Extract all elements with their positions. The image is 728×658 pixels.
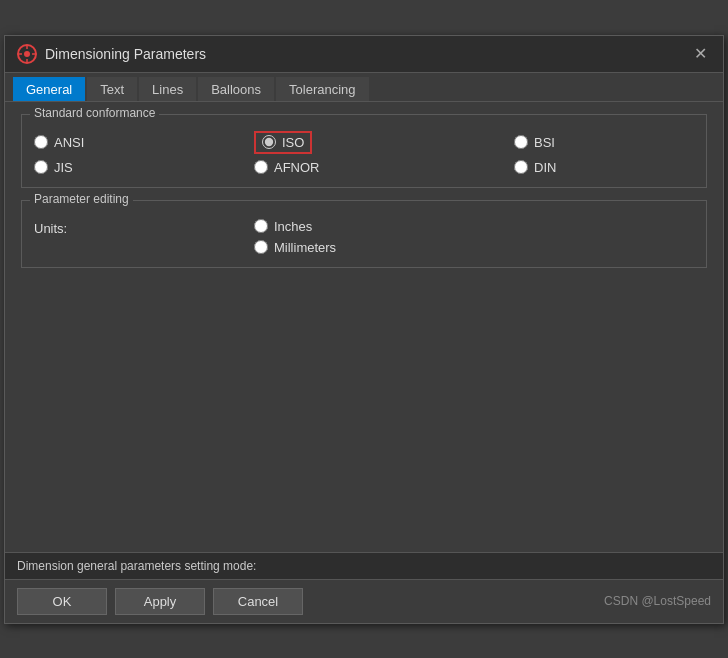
jis-label[interactable]: JIS bbox=[54, 160, 73, 175]
standard-grid: ANSI ISO BSI JIS bbox=[34, 131, 694, 175]
standard-conformance-group: Standard conformance ANSI ISO BSI bbox=[21, 114, 707, 188]
tab-balloons[interactable]: Balloons bbox=[198, 77, 274, 101]
radio-jis[interactable]: JIS bbox=[34, 160, 254, 175]
bsi-label[interactable]: BSI bbox=[534, 135, 555, 150]
parameter-editing-label: Parameter editing bbox=[30, 192, 133, 206]
title-bar: Dimensioning Parameters ✕ bbox=[5, 36, 723, 73]
din-label[interactable]: DIN bbox=[534, 160, 556, 175]
dialog-title: Dimensioning Parameters bbox=[45, 46, 206, 62]
status-bar: Dimension general parameters setting mod… bbox=[5, 552, 723, 579]
units-millimeters[interactable]: Millimeters bbox=[254, 240, 336, 255]
ansi-label[interactable]: ANSI bbox=[54, 135, 84, 150]
units-options: Inches Millimeters bbox=[254, 219, 336, 255]
inches-label: Inches bbox=[274, 219, 312, 234]
apply-button[interactable]: Apply bbox=[115, 588, 205, 615]
watermark: CSDN @LostSpeed bbox=[604, 594, 711, 608]
cancel-button[interactable]: Cancel bbox=[213, 588, 303, 615]
tab-lines[interactable]: Lines bbox=[139, 77, 196, 101]
tab-text[interactable]: Text bbox=[87, 77, 137, 101]
tab-bar: General Text Lines Balloons Tolerancing bbox=[5, 73, 723, 102]
radio-din[interactable]: DIN bbox=[514, 160, 728, 175]
app-icon bbox=[17, 44, 37, 64]
units-row: Units: Inches Millimeters bbox=[34, 219, 694, 255]
empty-area bbox=[21, 280, 707, 540]
close-button[interactable]: ✕ bbox=[690, 46, 711, 62]
ok-button[interactable]: OK bbox=[17, 588, 107, 615]
radio-ansi[interactable]: ANSI bbox=[34, 131, 254, 154]
tab-tolerancing[interactable]: Tolerancing bbox=[276, 77, 369, 101]
dialog: Dimensioning Parameters ✕ General Text L… bbox=[4, 35, 724, 624]
standard-conformance-label: Standard conformance bbox=[30, 106, 159, 120]
radio-afnor[interactable]: AFNOR bbox=[254, 160, 514, 175]
radio-bsi[interactable]: BSI bbox=[514, 131, 728, 154]
units-label: Units: bbox=[34, 219, 254, 236]
svg-point-1 bbox=[24, 51, 30, 57]
tab-general[interactable]: General bbox=[13, 77, 85, 101]
iso-highlight: ISO bbox=[254, 131, 312, 154]
radio-iso[interactable]: ISO bbox=[254, 131, 514, 154]
afnor-label[interactable]: AFNOR bbox=[274, 160, 320, 175]
parameter-editing-group: Parameter editing Units: Inches Millimet… bbox=[21, 200, 707, 268]
millimeters-label: Millimeters bbox=[274, 240, 336, 255]
status-text: Dimension general parameters setting mod… bbox=[17, 559, 256, 573]
footer-buttons: OK Apply Cancel bbox=[17, 588, 303, 615]
iso-label[interactable]: ISO bbox=[282, 135, 304, 150]
content-area: Standard conformance ANSI ISO BSI bbox=[5, 102, 723, 552]
units-inches[interactable]: Inches bbox=[254, 219, 336, 234]
footer: OK Apply Cancel CSDN @LostSpeed bbox=[5, 579, 723, 623]
